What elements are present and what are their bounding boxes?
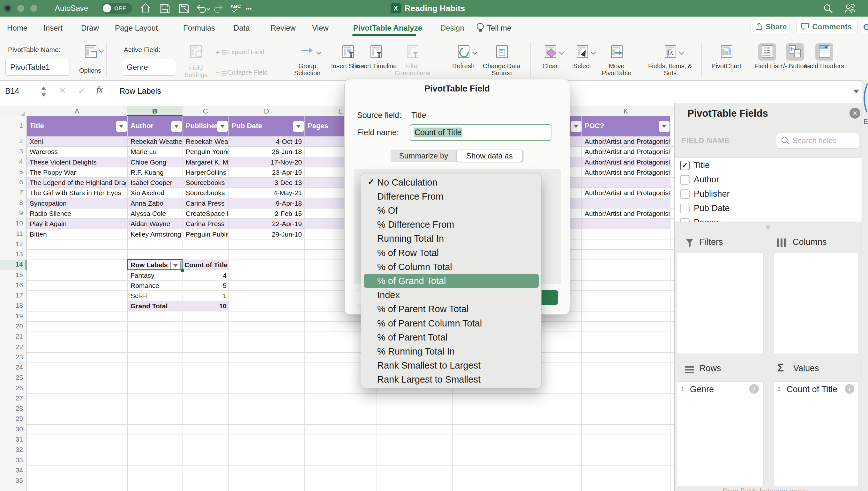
cell-pubdate[interactable]: 17-Nov-20 — [228, 157, 302, 167]
menu-item-no-calculation[interactable]: ✓No Calculation — [364, 175, 539, 190]
cell-poc[interactable]: Author/Artist and Protagonist — [585, 188, 670, 198]
row-header-12[interactable]: 12 — [0, 240, 23, 248]
cell-author[interactable]: Aidan Wayne — [131, 219, 182, 229]
minimize-window-button[interactable] — [17, 5, 24, 12]
column-header-C[interactable]: C — [199, 107, 212, 115]
panel-resize-handle[interactable] — [766, 225, 770, 230]
cell-title[interactable]: The Girl with Stars in Her Eyes — [30, 188, 126, 198]
field-headers-button[interactable]: Field Headers — [802, 43, 847, 80]
cell-title[interactable]: Bitten — [30, 229, 126, 239]
rows-dropzone[interactable]: Genre i — [677, 381, 764, 486]
filter-button-poc[interactable] — [659, 121, 670, 132]
pivot-grand-total-label[interactable]: Grand Total — [131, 301, 179, 311]
tab-show-data-as[interactable]: Show data as — [457, 150, 522, 162]
tab-pivottable-analyze[interactable]: PivotTable Analyze — [353, 24, 422, 32]
row-header-31[interactable]: 31 — [0, 435, 23, 443]
cell-publisher[interactable]: CreateSpace Publishing — [186, 208, 228, 219]
filter-connections-button[interactable]: Filter Connections — [390, 43, 435, 80]
cell-author[interactable]: Marie Lu — [131, 147, 182, 157]
cell-pubdate[interactable]: 26-Jun-18 — [228, 147, 302, 157]
pivot-genre-cell[interactable]: Fantasy — [131, 270, 179, 281]
row-header-14[interactable]: 14 — [0, 260, 23, 268]
cell-publisher[interactable]: Penguin Publishing — [186, 229, 228, 239]
menu-item--of-parent-row-total[interactable]: % of Parent Row Total — [364, 302, 539, 316]
menu-item-index[interactable]: Index — [364, 288, 539, 302]
confirm-entry-icon[interactable]: ✓ — [78, 85, 86, 96]
column-header-B[interactable]: B — [148, 107, 161, 115]
field-checkbox[interactable] — [680, 190, 689, 199]
row-header-10[interactable]: 10 — [0, 219, 23, 227]
cell-publisher[interactable]: Carina Press — [186, 198, 228, 208]
filter-button-title[interactable] — [116, 121, 127, 132]
filter-button-col-j[interactable] — [571, 121, 582, 132]
drag-handle-icon[interactable] — [778, 386, 780, 392]
move-pivottable-button[interactable]: Move PivotTable — [594, 43, 639, 80]
cell-pubdate[interactable]: 4-May-21 — [228, 188, 302, 198]
field-row-title[interactable]: ✓Title — [675, 158, 862, 172]
tab-design[interactable]: Design — [440, 24, 464, 32]
row-header-18[interactable]: 18 — [0, 301, 23, 309]
menu-item--running-total-in[interactable]: % Running Total In — [364, 344, 539, 358]
row-header-8[interactable]: 8 — [0, 199, 23, 207]
cell-author[interactable]: Isabel Cooper — [131, 178, 182, 188]
row-header-32[interactable]: 32 — [0, 446, 23, 453]
field-name-input[interactable]: Count of Title — [410, 124, 551, 141]
row-header-23[interactable]: 23 — [0, 353, 23, 361]
cell-author[interactable]: Alyssa Cole — [131, 208, 182, 219]
autosave-toggle[interactable]: OFF — [102, 3, 132, 14]
pivot-genre-cell[interactable]: Romance — [131, 281, 179, 291]
account-icon[interactable] — [844, 3, 856, 15]
pivotchart-button[interactable]: PivotChart — [704, 43, 749, 80]
row-header-25[interactable]: 25 — [0, 374, 23, 381]
doc-title[interactable]: Reading Habits — [405, 3, 465, 13]
column-header-A[interactable]: A — [71, 107, 83, 115]
menu-item-difference-from[interactable]: Difference From — [364, 190, 539, 203]
row-header-2[interactable]: 2 — [0, 137, 23, 145]
cell-title[interactable]: Play it Again — [30, 219, 126, 229]
menu-item--of-grand-total[interactable]: % of Grand Total — [364, 274, 539, 288]
row-header-11[interactable]: 11 — [0, 230, 23, 237]
pivot-genre-cell[interactable]: Sci-Fi — [131, 291, 179, 301]
cell-publisher[interactable]: HarperCollins — [186, 167, 228, 178]
cell-publisher[interactable]: Sourcebooks — [186, 188, 228, 198]
row-header-24[interactable]: 24 — [0, 364, 23, 371]
cell-title[interactable]: These Violent Delights — [30, 157, 126, 167]
refresh-button[interactable]: Refresh — [441, 43, 486, 80]
panel-close-button[interactable]: × — [849, 108, 860, 119]
field-settings-button[interactable]: Field Settings — [181, 64, 211, 79]
pivot-count-header[interactable]: Count of Title — [185, 260, 228, 270]
row-header-35[interactable]: 35 — [0, 476, 23, 484]
cell-publisher[interactable]: Margaret K. McElderry — [186, 157, 228, 167]
tell-me-label[interactable]: Tell me — [487, 24, 511, 32]
cell-pubdate[interactable]: 3-Dec-13 — [228, 178, 302, 188]
options-label[interactable]: Options — [79, 67, 101, 74]
cell-poc[interactable]: Author/Artist and Protagonist — [585, 208, 670, 219]
field-checkbox[interactable] — [680, 204, 689, 213]
group-selection-button[interactable]: Group Selection — [285, 43, 330, 80]
field-checkbox[interactable] — [680, 218, 689, 222]
menu-item--of[interactable]: % Of — [364, 203, 539, 218]
row-header-29[interactable]: 29 — [0, 415, 23, 423]
row-header-13[interactable]: 13 — [0, 250, 23, 258]
cell-publisher[interactable]: Penguin Young Readers — [186, 147, 228, 157]
row-header-19[interactable]: 19 — [0, 312, 23, 320]
cell-title[interactable]: Xeni — [30, 137, 126, 147]
pivot-row-labels-filter-button[interactable] — [170, 261, 181, 270]
cell-pubdate[interactable]: 23-Apr-19 — [228, 167, 302, 178]
tab-summarize-by[interactable]: Summarize by — [390, 149, 457, 162]
collapse-field-button[interactable]: Collapse Field — [227, 69, 268, 76]
menu-item--of-column-total[interactable]: % of Column Total — [364, 260, 539, 274]
filters-dropzone[interactable] — [677, 253, 764, 354]
cell-title[interactable]: The Legend of the Highland Dragon — [30, 178, 126, 188]
info-icon[interactable]: i — [845, 384, 854, 394]
row-header-16[interactable]: 16 — [0, 281, 23, 289]
pivot-grand-total-value[interactable]: 10 — [183, 301, 226, 311]
cell-publisher[interactable]: Sourcebooks — [186, 178, 228, 188]
row-header-28[interactable]: 28 — [0, 405, 23, 412]
row-header-6[interactable]: 6 — [0, 178, 23, 186]
name-box-stepper-down[interactable] — [42, 93, 46, 96]
row-header-33[interactable]: 33 — [0, 456, 23, 464]
name-box-stepper-up[interactable] — [42, 86, 46, 90]
pivot-count-cell[interactable]: 1 — [183, 291, 226, 301]
row-header-21[interactable]: 21 — [0, 333, 23, 340]
